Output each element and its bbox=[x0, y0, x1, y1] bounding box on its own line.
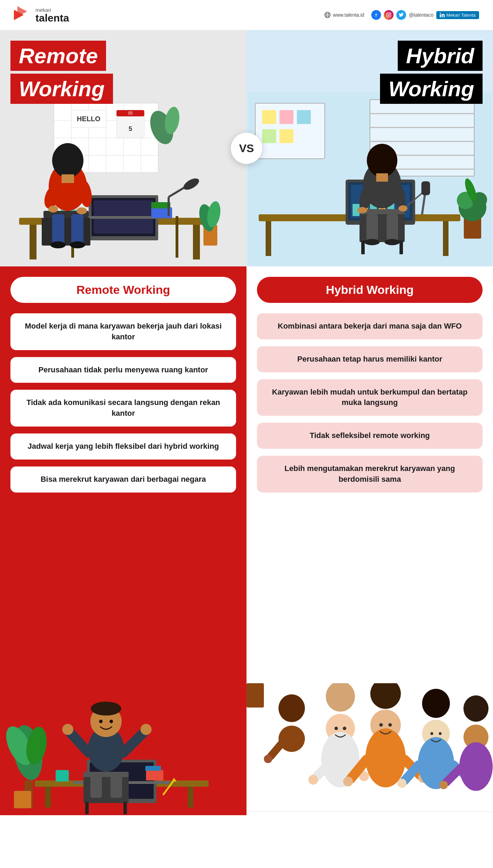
svg-rect-127 bbox=[56, 770, 69, 782]
social-icons: f @talentaco Mekari bbox=[371, 10, 479, 20]
svg-rect-126 bbox=[145, 766, 161, 771]
svg-rect-73 bbox=[280, 110, 293, 124]
hybrid-illustration bbox=[246, 93, 493, 266]
hero-left: Remote Working HELLO bbox=[0, 30, 246, 266]
svg-rect-148 bbox=[246, 683, 264, 708]
logo-area: mekari talenta bbox=[14, 6, 69, 24]
bottom-right-illustration bbox=[246, 683, 493, 815]
bottom-left-illustration bbox=[0, 683, 246, 815]
hybrid-content: Hybrid Working Kombinasi antara bekerja … bbox=[246, 266, 493, 683]
remote-card-5: Bisa merekrut karyawan dari berbagai neg… bbox=[10, 466, 236, 493]
facebook-icon: f bbox=[371, 10, 381, 20]
header-right: www.talenta.id f @talentaco bbox=[324, 10, 479, 20]
hybrid-card-2: Perusahaan tetap harus memiliki kantor bbox=[257, 346, 483, 372]
bottom-section bbox=[0, 683, 493, 815]
svg-rect-79 bbox=[443, 221, 448, 256]
svg-point-140 bbox=[110, 720, 113, 723]
svg-rect-104 bbox=[366, 214, 378, 242]
svg-rect-54 bbox=[52, 214, 64, 246]
svg-point-135 bbox=[62, 724, 73, 735]
svg-rect-125 bbox=[146, 770, 163, 780]
linkedin-badge: Mekari Talenta bbox=[436, 11, 479, 19]
svg-point-101 bbox=[398, 205, 407, 212]
svg-point-162 bbox=[365, 728, 406, 787]
svg-text:HELLO: HELLO bbox=[77, 115, 100, 123]
remote-illustration: HELLO 05 5 bbox=[0, 93, 246, 266]
svg-rect-121 bbox=[188, 787, 193, 808]
globe-icon bbox=[324, 12, 331, 18]
svg-point-102 bbox=[367, 144, 397, 177]
hybrid-section-title: Hybrid Working bbox=[257, 277, 483, 303]
svg-rect-72 bbox=[262, 110, 276, 124]
hybrid-card-3: Karyawan lebih mudah untuk berkumpul dan… bbox=[257, 379, 483, 416]
svg-text:05: 05 bbox=[128, 111, 133, 116]
hero-right: Hybrid Working bbox=[246, 30, 493, 266]
remote-card-4: Jadwal kerja yang lebih fleksibel dari h… bbox=[10, 433, 236, 460]
website-text: www.talenta.id bbox=[333, 12, 364, 18]
svg-rect-33 bbox=[176, 216, 178, 258]
svg-point-164 bbox=[343, 777, 353, 786]
svg-rect-76 bbox=[280, 129, 293, 143]
svg-point-100 bbox=[357, 207, 367, 213]
svg-rect-74 bbox=[297, 110, 311, 124]
svg-point-51 bbox=[48, 206, 58, 213]
svg-rect-7 bbox=[387, 13, 391, 17]
hybrid-bottom-svg bbox=[246, 683, 493, 815]
svg-rect-92 bbox=[421, 181, 430, 195]
svg-point-57 bbox=[70, 241, 85, 248]
svg-point-9 bbox=[389, 14, 390, 14]
remote-section-title: Remote Working bbox=[10, 277, 236, 303]
remote-worker-svg: HELLO 05 5 bbox=[2, 93, 245, 266]
svg-rect-55 bbox=[71, 214, 83, 246]
header: mekari talenta www.talenta.id f bbox=[0, 0, 493, 30]
svg-rect-96 bbox=[399, 240, 403, 254]
social-handle: @talentaco bbox=[409, 12, 434, 18]
logo-text: mekari talenta bbox=[35, 7, 69, 23]
svg-rect-10 bbox=[440, 14, 441, 18]
hybrid-title-line2: Working bbox=[380, 74, 483, 104]
svg-point-182 bbox=[439, 781, 448, 789]
svg-point-173 bbox=[397, 779, 406, 788]
svg-point-11 bbox=[440, 13, 441, 14]
svg-point-177 bbox=[439, 732, 442, 735]
svg-rect-141 bbox=[90, 774, 102, 798]
svg-point-168 bbox=[388, 723, 392, 727]
svg-rect-103 bbox=[376, 173, 388, 182]
svg-point-176 bbox=[430, 732, 433, 735]
hybrid-card-1: Kombinasi antara bekerja dari mana saja … bbox=[257, 313, 483, 339]
svg-rect-40 bbox=[151, 202, 170, 208]
remote-bottom-svg bbox=[0, 683, 246, 815]
remote-card-2: Perusahaan tidak perlu menyewa ruang kan… bbox=[10, 357, 236, 383]
svg-point-56 bbox=[50, 241, 66, 248]
svg-rect-53 bbox=[62, 174, 74, 183]
svg-point-155 bbox=[308, 775, 318, 785]
svg-point-136 bbox=[140, 724, 152, 735]
svg-point-107 bbox=[385, 239, 400, 245]
remote-title-line2: Working bbox=[10, 74, 113, 104]
svg-rect-120 bbox=[45, 787, 51, 808]
svg-rect-105 bbox=[387, 214, 398, 242]
svg-point-179 bbox=[463, 695, 488, 722]
svg-rect-78 bbox=[266, 221, 271, 256]
svg-rect-75 bbox=[262, 129, 276, 143]
remote-title-line1: Remote bbox=[10, 41, 106, 71]
hybrid-title-line1: Hybrid bbox=[398, 41, 483, 71]
svg-rect-31 bbox=[30, 225, 37, 259]
website-link: www.talenta.id bbox=[324, 12, 364, 18]
instagram-icon bbox=[384, 10, 394, 20]
remote-card-1: Model kerja di mana karyawan bekerja jau… bbox=[10, 313, 236, 350]
logo-talenta: talenta bbox=[35, 13, 69, 23]
vs-label: VS bbox=[231, 133, 262, 164]
svg-rect-130 bbox=[85, 802, 89, 814]
logo-mekari: mekari bbox=[35, 7, 69, 13]
svg-point-180 bbox=[459, 742, 493, 791]
svg-point-167 bbox=[379, 723, 383, 727]
svg-point-8 bbox=[388, 14, 389, 16]
hero-section: Remote Working HELLO bbox=[0, 30, 493, 266]
svg-rect-131 bbox=[123, 802, 127, 814]
hybrid-title-badge: Hybrid Working bbox=[380, 41, 483, 104]
remote-content: Remote Working Model kerja di mana karya… bbox=[0, 266, 246, 683]
svg-point-138 bbox=[91, 702, 121, 716]
svg-text:5: 5 bbox=[128, 125, 132, 132]
svg-point-50 bbox=[76, 207, 87, 214]
